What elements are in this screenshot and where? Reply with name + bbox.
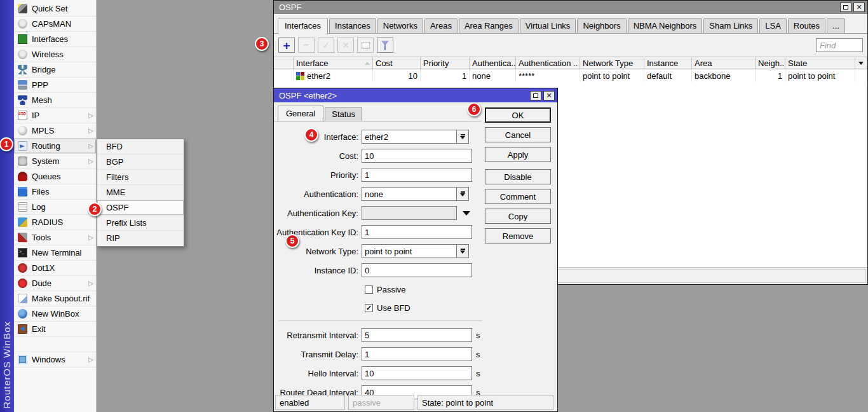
sidebar-item-radius[interactable]: RADIUS xyxy=(14,215,96,230)
sidebar-item-mpls[interactable]: MPLS▷ xyxy=(14,123,96,139)
sidebar-item-label: System xyxy=(32,156,59,166)
column-priority[interactable]: Priority xyxy=(421,57,470,69)
column-selector[interactable] xyxy=(274,57,294,69)
tab-nbma-neighbors[interactable]: NBMA Neighbors xyxy=(628,18,703,33)
sidebar-item-bridge[interactable]: Bridge xyxy=(14,62,96,78)
sidebar-item-quick-set[interactable]: Quick Set xyxy=(14,1,96,17)
use-bfd-checkbox[interactable] xyxy=(365,304,373,312)
tab-networks[interactable]: Networks xyxy=(377,18,423,33)
sidebar-item-files[interactable]: Files xyxy=(14,184,96,200)
sidebar-item-queues[interactable]: Queues xyxy=(14,169,96,184)
comment-button[interactable] xyxy=(357,38,374,53)
sidebar-item-make-supout[interactable]: Make Supout.rif xyxy=(14,291,96,306)
column-instance[interactable]: Instance xyxy=(644,57,692,69)
sidebar-item-label: Tools xyxy=(32,233,51,242)
ospf-window-titlebar[interactable]: OSPF xyxy=(274,1,867,14)
tab-area-ranges[interactable]: Area Ranges xyxy=(459,18,519,33)
hello-interval-field[interactable] xyxy=(362,366,472,380)
column-authentication[interactable]: Authentica... xyxy=(470,57,516,69)
table-row[interactable]: ether2 10 1 none ***** point to point de… xyxy=(274,69,867,82)
sidebar-item-capsman[interactable]: CAPsMAN xyxy=(14,17,96,32)
sidebar-item-mesh[interactable]: Mesh xyxy=(14,93,96,108)
form-row-transmit-delay: Transmit Delay: s xyxy=(274,347,487,361)
transmit-delay-field[interactable] xyxy=(362,347,472,361)
sidebar-item-windows[interactable]: Windows▷ xyxy=(14,352,96,367)
enable-button[interactable] xyxy=(318,38,334,53)
tab-instances[interactable]: Instances xyxy=(329,18,376,33)
authentication-dropdown-button[interactable] xyxy=(457,187,469,201)
sidebar-item-label: RADIUS xyxy=(32,217,63,227)
column-area[interactable]: Area xyxy=(692,57,756,69)
column-picker-button[interactable] xyxy=(855,57,867,69)
tab-sham-links[interactable]: Sham Links xyxy=(703,18,758,33)
ospf-toolbar xyxy=(274,34,867,57)
submenu-item-bfd[interactable]: BFD xyxy=(97,139,184,154)
add-button[interactable] xyxy=(278,38,295,53)
network-type-dropdown-button[interactable] xyxy=(457,244,469,258)
dialog-titlebar[interactable]: OSPF <ether2> xyxy=(274,88,557,102)
retransmit-interval-field[interactable] xyxy=(362,328,472,342)
tab-interfaces[interactable]: Interfaces xyxy=(278,18,328,34)
column-neighbors[interactable]: Neigh... xyxy=(756,57,785,69)
sidebar-item-dot1x[interactable]: Dot1X xyxy=(14,261,96,276)
find-input[interactable] xyxy=(816,38,863,52)
sidebar-item-ip[interactable]: IP▷ xyxy=(14,108,96,123)
authentication-key-id-field[interactable] xyxy=(362,225,472,239)
tab-general[interactable]: General xyxy=(278,106,323,122)
instance-id-field[interactable] xyxy=(362,263,472,277)
dialog-close-button[interactable] xyxy=(543,91,555,100)
filter-button[interactable] xyxy=(377,38,393,53)
tab-status[interactable]: Status xyxy=(325,107,362,121)
sidebar-item-dude[interactable]: Dude▷ xyxy=(14,276,96,291)
sidebar-item-wireless[interactable]: Wireless xyxy=(14,47,96,62)
chevron-down-icon xyxy=(858,62,864,65)
sidebar-item-ppp[interactable]: PPP xyxy=(14,78,96,93)
apply-button[interactable]: Apply xyxy=(485,147,551,162)
disable-button[interactable]: Disable xyxy=(485,169,551,184)
sidebar-item-exit[interactable]: Exit xyxy=(14,322,96,337)
tab-areas[interactable]: Areas xyxy=(424,18,458,33)
submenu-item-rip[interactable]: RIP xyxy=(97,231,184,246)
sidebar-item-routing[interactable]: Routing▷ xyxy=(14,139,96,154)
comment-button[interactable]: Comment xyxy=(485,189,551,204)
sidebar-item-new-terminal[interactable]: New Terminal xyxy=(14,245,96,261)
sidebar-item-new-winbox[interactable]: New WinBox xyxy=(14,306,96,322)
interface-dropdown-button[interactable] xyxy=(457,130,469,144)
tab-routes[interactable]: Routes xyxy=(788,18,825,33)
disable-button[interactable] xyxy=(337,38,354,53)
remove-button[interactable] xyxy=(298,38,315,53)
submenu-item-mme[interactable]: MME xyxy=(97,185,184,200)
passive-checkbox[interactable] xyxy=(365,285,373,294)
ok-button[interactable]: OK xyxy=(485,107,551,123)
submenu-item-bgp[interactable]: BGP xyxy=(97,154,184,170)
column-state[interactable]: State xyxy=(785,57,855,69)
cancel-button[interactable]: Cancel xyxy=(485,127,551,142)
sidebar-item-interfaces[interactable]: Interfaces xyxy=(14,32,96,47)
tab-lsa[interactable]: LSA xyxy=(759,18,787,33)
close-button[interactable] xyxy=(853,3,865,12)
authentication-field[interactable] xyxy=(362,187,457,201)
sidebar-item-system[interactable]: System▷ xyxy=(14,154,96,169)
column-interface[interactable]: Interface xyxy=(294,57,373,69)
priority-field[interactable] xyxy=(362,168,472,182)
tab-more[interactable]: ... xyxy=(827,18,845,33)
interface-field[interactable] xyxy=(362,130,457,144)
submenu-item-ospf[interactable]: OSPF xyxy=(97,200,184,216)
copy-button[interactable]: Copy xyxy=(485,209,551,224)
column-network-type[interactable]: Network Type xyxy=(580,57,644,69)
dialog-maximize-button[interactable] xyxy=(530,91,541,100)
cost-field[interactable] xyxy=(362,149,472,163)
maximize-button[interactable] xyxy=(840,3,851,12)
column-cost[interactable]: Cost xyxy=(373,57,421,69)
expand-arrow-icon[interactable] xyxy=(463,211,470,216)
remove-button[interactable]: Remove xyxy=(485,228,551,244)
tab-virtual-links[interactable]: Virtual Links xyxy=(520,18,576,33)
submenu-item-filters[interactable]: Filters xyxy=(97,170,184,185)
tab-neighbors[interactable]: Neighbors xyxy=(577,18,626,33)
sidebar-item-tools[interactable]: Tools▷ xyxy=(14,230,96,245)
submenu-item-prefix-lists[interactable]: Prefix Lists xyxy=(97,216,184,231)
sidebar-item-log[interactable]: Log xyxy=(14,200,96,215)
column-authentication-key[interactable]: Authentication .. xyxy=(516,57,580,69)
network-type-field[interactable] xyxy=(362,244,457,258)
sidebar-item-label: Make Supout.rif xyxy=(32,294,90,303)
